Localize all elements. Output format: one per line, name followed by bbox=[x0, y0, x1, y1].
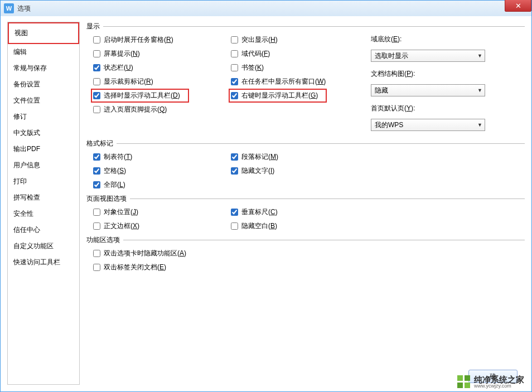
marks-opt-a-0-label: 制表符(T) bbox=[104, 152, 132, 162]
ribbon-opt-a-0-label: 双击选项卡时隐藏功能区(A) bbox=[104, 249, 186, 258]
display-opt-b-3-checkbox[interactable] bbox=[231, 78, 238, 85]
content-panel: 显示 启动时展开任务窗格(R)屏幕提示(N)状态栏(U)显示裁剪标记(R)选择时… bbox=[82, 22, 525, 385]
app-icon: W bbox=[4, 3, 14, 13]
display-opt-a-4-label: 选择时显示浮动工具栏(D) bbox=[104, 91, 180, 100]
sidebar-item-13[interactable]: 自定义功能区 bbox=[8, 238, 79, 254]
display-opt-b-4[interactable]: 右键时显示浮动工具栏(G) bbox=[231, 90, 371, 100]
display-opt-b-4-label: 右键时显示浮动工具栏(G) bbox=[241, 91, 318, 100]
pageview-opt-a-1-label: 正文边框(X) bbox=[104, 221, 139, 231]
marks-opt-b-0-checkbox[interactable] bbox=[231, 153, 238, 161]
chevron-down-icon: ▼ bbox=[477, 53, 482, 59]
pageview-opt-a-1[interactable]: 正文边框(X) bbox=[93, 221, 229, 231]
ribbon-opt-a-1-checkbox[interactable] bbox=[93, 264, 100, 271]
ribbon-opt-a-0[interactable]: 双击选项卡时隐藏功能区(A) bbox=[93, 248, 186, 258]
marks-opt-a-2-checkbox[interactable] bbox=[93, 181, 100, 188]
display-opt-a-3-label: 显示裁剪标记(R) bbox=[104, 77, 153, 86]
chevron-down-icon: ▼ bbox=[477, 88, 482, 93]
display-opt-b-4-checkbox[interactable] bbox=[231, 92, 238, 99]
marks-opt-b-1-label: 隐藏文字(I) bbox=[241, 166, 274, 176]
marks-opt-b-1-checkbox[interactable] bbox=[231, 167, 238, 175]
section-title-marks: 格式标记 bbox=[86, 139, 113, 148]
marks-opt-a-1[interactable]: 空格(S) bbox=[93, 166, 229, 176]
marks-opt-a-1-label: 空格(S) bbox=[104, 166, 126, 176]
display-opt-b-0-checkbox[interactable] bbox=[231, 36, 238, 43]
sidebar-item-12[interactable]: 信任中心 bbox=[8, 222, 79, 238]
display-opt-b-2-label: 书签(K) bbox=[241, 63, 264, 72]
marks-opt-b-0-label: 段落标记(M) bbox=[241, 152, 278, 162]
ribbon-opt-a-1[interactable]: 双击标签关闭文档(E) bbox=[93, 262, 186, 272]
pageview-opt-a-1-checkbox[interactable] bbox=[93, 222, 100, 230]
display-opt-a-0-checkbox[interactable] bbox=[93, 36, 100, 43]
display-opt-b-0[interactable]: 突出显示(H) bbox=[231, 35, 371, 45]
sidebar-item-2[interactable]: 常规与保存 bbox=[8, 60, 79, 76]
display-opt-a-3-checkbox[interactable] bbox=[93, 78, 100, 85]
display-opt-a-4-checkbox[interactable] bbox=[93, 92, 100, 99]
marks-opt-a-1-checkbox[interactable] bbox=[93, 167, 100, 175]
display-opt-a-3[interactable]: 显示裁剪标记(R) bbox=[93, 76, 229, 86]
display-opt-a-5-checkbox[interactable] bbox=[93, 106, 100, 113]
ribbon-opt-a-0-checkbox[interactable] bbox=[93, 250, 100, 257]
sidebar-item-0[interactable]: 视图 bbox=[8, 22, 79, 44]
chevron-down-icon: ▼ bbox=[477, 122, 482, 128]
display-opt-b-2-checkbox[interactable] bbox=[231, 64, 238, 71]
display-opt-a-5[interactable]: 进入页眉页脚提示(Q) bbox=[93, 104, 229, 114]
sidebar-item-1[interactable]: 编辑 bbox=[8, 44, 79, 60]
display-opt-b-1[interactable]: 域代码(F) bbox=[231, 49, 371, 59]
sidebar: 视图编辑常规与保存备份设置文件位置修订中文版式输出PDF用户信息打印拼写检查安全… bbox=[7, 22, 80, 385]
display-dropdown-value-0: 选取时显示 bbox=[375, 51, 408, 61]
display-opt-a-2[interactable]: 状态栏(U) bbox=[93, 62, 229, 72]
sidebar-item-3[interactable]: 备份设置 bbox=[8, 76, 79, 93]
sidebar-item-5[interactable]: 修订 bbox=[8, 109, 79, 125]
pageview-opt-a-0[interactable]: 对象位置(J) bbox=[93, 207, 229, 217]
display-opt-a-1-checkbox[interactable] bbox=[93, 50, 100, 57]
display-field-label-0: 域底纹(E): bbox=[371, 35, 525, 44]
sidebar-item-10[interactable]: 拼写检查 bbox=[8, 190, 79, 206]
watermark-logo-icon bbox=[457, 375, 471, 389]
marks-opt-a-2-label: 全部(L) bbox=[104, 180, 125, 190]
sidebar-item-14[interactable]: 快速访问工具栏 bbox=[8, 254, 79, 270]
sidebar-item-7[interactable]: 输出PDF bbox=[8, 141, 79, 157]
display-opt-a-0[interactable]: 启动时展开任务窗格(R) bbox=[93, 35, 229, 45]
section-title-ribbon: 功能区选项 bbox=[86, 235, 120, 245]
marks-opt-b-1[interactable]: 隐藏文字(I) bbox=[231, 166, 371, 176]
display-opt-b-0-label: 突出显示(H) bbox=[241, 35, 278, 45]
pageview-opt-b-0-checkbox[interactable] bbox=[231, 209, 238, 216]
marks-opt-a-0-checkbox[interactable] bbox=[93, 153, 100, 161]
pageview-opt-b-0[interactable]: 垂直标尺(C) bbox=[231, 207, 371, 217]
display-opt-b-1-checkbox[interactable] bbox=[231, 50, 238, 57]
marks-opt-a-2[interactable]: 全部(L) bbox=[93, 180, 229, 190]
section-marks: 格式标记 制表符(T)空格(S)全部(L) 段落标记(M)隐藏文字(I) bbox=[86, 139, 525, 190]
display-dropdown-2[interactable]: 我的WPS▼ bbox=[371, 119, 485, 131]
display-opt-b-3[interactable]: 在任务栏中显示所有窗口(W) bbox=[231, 76, 371, 86]
pageview-opt-b-1-checkbox[interactable] bbox=[231, 222, 238, 230]
watermark: 纯净系统之家 www.ycwjzy.com bbox=[455, 374, 526, 390]
close-button[interactable]: ✕ bbox=[505, 0, 531, 12]
sidebar-item-4[interactable]: 文件位置 bbox=[8, 93, 79, 109]
pageview-opt-b-0-label: 垂直标尺(C) bbox=[241, 207, 278, 217]
display-field-label-1: 文档结构图(P): bbox=[371, 69, 525, 79]
display-opt-b-1-label: 域代码(F) bbox=[241, 49, 270, 59]
display-opt-a-5-label: 进入页眉页脚提示(Q) bbox=[104, 105, 167, 114]
ribbon-opt-a-1-label: 双击标签关闭文档(E) bbox=[104, 263, 166, 272]
watermark-url: www.ycwjzy.com bbox=[474, 384, 524, 389]
marks-opt-a-0[interactable]: 制表符(T) bbox=[93, 152, 229, 162]
section-title-display: 显示 bbox=[86, 22, 100, 31]
sidebar-item-6[interactable]: 中文版式 bbox=[8, 125, 79, 141]
marks-opt-b-0[interactable]: 段落标记(M) bbox=[231, 152, 371, 162]
display-dropdown-1[interactable]: 隐藏▼ bbox=[371, 84, 485, 96]
titlebar: W 选项 ✕ bbox=[1, 1, 531, 16]
display-opt-a-2-label: 状态栏(U) bbox=[104, 63, 133, 72]
window-title: 选项 bbox=[17, 4, 31, 13]
pageview-opt-a-0-checkbox[interactable] bbox=[93, 209, 100, 216]
display-opt-a-0-label: 启动时展开任务窗格(R) bbox=[104, 35, 173, 45]
sidebar-item-11[interactable]: 安全性 bbox=[8, 206, 79, 222]
display-dropdown-0[interactable]: 选取时显示▼ bbox=[371, 50, 485, 62]
display-opt-a-2-checkbox[interactable] bbox=[93, 64, 100, 71]
sidebar-item-8[interactable]: 用户信息 bbox=[8, 157, 79, 173]
display-opt-a-1[interactable]: 屏幕提示(N) bbox=[93, 49, 229, 59]
pageview-opt-b-1[interactable]: 隐藏空白(B) bbox=[231, 221, 371, 231]
display-opt-b-2[interactable]: 书签(K) bbox=[231, 62, 371, 72]
display-opt-a-4[interactable]: 选择时显示浮动工具栏(D) bbox=[93, 90, 229, 100]
sidebar-item-9[interactable]: 打印 bbox=[8, 173, 79, 190]
display-opt-b-3-label: 在任务栏中显示所有窗口(W) bbox=[241, 77, 326, 86]
